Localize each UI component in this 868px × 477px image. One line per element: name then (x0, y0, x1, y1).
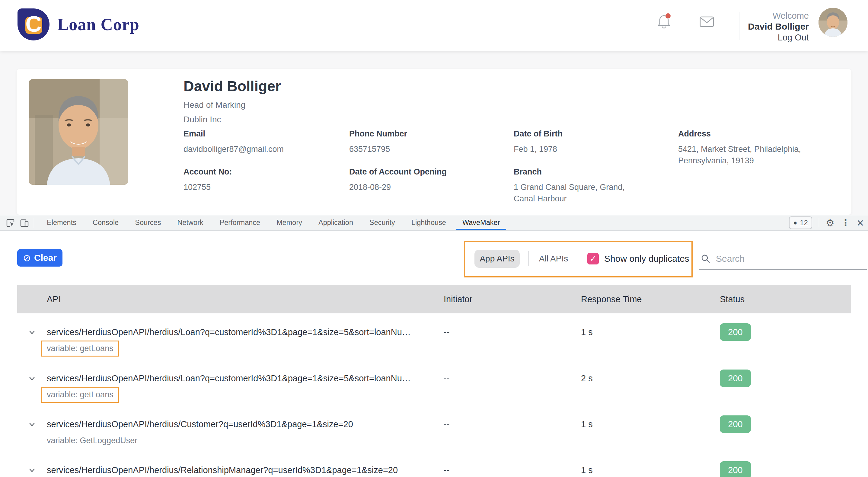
profile-job-title: Head of Marking (184, 100, 245, 110)
clear-slash-icon: ⊘ (23, 253, 31, 263)
status-badge: 200 (720, 369, 751, 387)
table-row[interactable]: services/HerdiusOpenAPI/herdius/Loan?q=c… (17, 314, 851, 364)
dob-value: Feb 1, 1978 (514, 143, 557, 155)
show-duplicates-checkbox[interactable]: ✓ (587, 253, 599, 265)
variable-tag: variable: GetLoggedUser (41, 433, 143, 449)
user-avatar[interactable] (818, 8, 847, 37)
account-opening-value: 2018-08-29 (349, 181, 391, 193)
initiator-value: -- (444, 461, 450, 477)
tab-performance[interactable]: Performance (212, 215, 269, 230)
initiator-value: -- (444, 323, 450, 341)
more-options-kebab-icon[interactable]: ⋮ (841, 218, 850, 227)
issues-count: 12 (800, 218, 808, 227)
logo[interactable]: C Loan Corp (18, 8, 140, 40)
address-value: 5421, Market Street, Philadelphia, Penns… (678, 143, 808, 166)
branch-label: Branch (514, 167, 542, 177)
app-header: C Loan Corp Welcome David Bolliger Log O… (0, 0, 868, 51)
header-divider (739, 12, 739, 40)
devtools-controls-separator (819, 218, 819, 227)
account-no-label: Account No: (184, 167, 232, 177)
profile-company: Dublin Inc (184, 115, 221, 124)
screen: C Loan Corp Welcome David Bolliger Log O… (0, 0, 868, 477)
inspect-element-icon[interactable] (6, 218, 15, 227)
devtools-bar: Elements Console Sources Network Perform… (0, 215, 868, 231)
initiator-value: -- (444, 415, 450, 433)
status-badge: 200 (720, 461, 751, 477)
tab-application[interactable]: Application (310, 215, 361, 230)
phone-value: 635715795 (349, 143, 390, 155)
tab-security[interactable]: Security (361, 215, 403, 230)
messages-mail-icon[interactable] (700, 16, 714, 27)
tab-elements[interactable]: Elements (39, 215, 85, 230)
variable-tag-highlighted: variable: getLoans (41, 340, 119, 357)
column-header-initiator: Initiator (444, 285, 472, 314)
devtools-controls: ● 12 ⚙ ⋮ × (789, 215, 864, 230)
email-value: davidbolliger87@gmail.com (184, 143, 284, 155)
settings-gear-icon[interactable]: ⚙ (826, 218, 835, 228)
tab-lighthouse[interactable]: Lighthouse (403, 215, 454, 230)
device-toolbar-icon[interactable] (20, 218, 29, 227)
api-url: services/HerdiusOpenAPI/herdius/Loan?q=c… (47, 369, 411, 387)
profile-name: David Bolliger (184, 78, 281, 94)
email-label: Email (184, 129, 205, 139)
chevron-down-icon[interactable] (28, 328, 36, 336)
devtools-tabs: Elements Console Sources Network Perform… (39, 215, 508, 230)
clear-button[interactable]: ⊘ Clear (17, 249, 62, 267)
account-opening-label: Date of Account Opening (349, 167, 447, 177)
table-row[interactable]: services/HerdiusOpenAPI/herdius/Loan?q=c… (17, 364, 851, 410)
response-time-value: 2 s (581, 369, 593, 387)
chevron-down-icon[interactable] (28, 466, 36, 474)
chevron-down-icon[interactable] (28, 420, 36, 428)
dob-label: Date of Birth (514, 129, 563, 139)
response-time-value: 1 s (581, 323, 593, 341)
tab-memory[interactable]: Memory (268, 215, 310, 230)
phone-label: Phone Number (349, 129, 407, 139)
logo-monogram: C (18, 8, 50, 40)
variable-tag-highlighted: variable: getLoans (41, 387, 119, 403)
notification-dot (665, 13, 671, 19)
profile-photo (29, 79, 128, 185)
record-dot-icon: ● (793, 219, 797, 226)
all-apis-toggle[interactable]: All APIs (538, 250, 568, 268)
address-label: Address (678, 129, 711, 139)
account-no-value: 102755 (184, 181, 211, 193)
column-header-response-time: Response Time (581, 285, 642, 314)
notifications-bell-icon[interactable] (657, 14, 671, 30)
devtools-separator (34, 218, 34, 228)
api-filter-group-highlight: App APIs All APIs ✓ Show only duplicates (464, 241, 693, 277)
api-url: services/HerdiusOpenAPI/herdius/Customer… (47, 415, 353, 433)
table-row[interactable]: services/HerdiusOpenAPI/herdius/Relation… (17, 455, 851, 477)
wavemaker-panel: ⊘ Clear App APIs All APIs ✓ Show only du… (0, 230, 868, 477)
initiator-value: -- (444, 369, 450, 387)
app-apis-toggle[interactable]: App APIs (474, 250, 520, 268)
table-row[interactable]: services/HerdiusOpenAPI/herdius/Customer… (17, 410, 851, 456)
response-time-value: 1 s (581, 415, 593, 433)
toggle-separator (528, 251, 529, 266)
api-url: services/HerdiusOpenAPI/herdius/Loan?q=c… (47, 323, 411, 341)
chevron-down-icon[interactable] (28, 375, 36, 382)
logo-text: Loan Corp (57, 15, 140, 34)
branch-value: 1 Grand Canal Square, Grand, Canal Harbo… (514, 181, 644, 204)
issues-count-badge[interactable]: ● 12 (789, 216, 812, 229)
header-user-name: David Bolliger (748, 21, 809, 32)
tab-network[interactable]: Network (169, 215, 211, 230)
logout-link[interactable]: Log Out (748, 32, 809, 43)
status-badge: 200 (720, 323, 751, 341)
welcome-label: Welcome (748, 10, 809, 21)
tab-console[interactable]: Console (85, 215, 127, 230)
search-input[interactable] (699, 248, 867, 270)
customer-profile-card: David Bolliger Head of Marking Dublin In… (17, 69, 851, 215)
search-field (699, 248, 850, 270)
loan-corp-logo-icon: C (18, 8, 50, 40)
api-table-header: API Initiator Response Time Status (17, 285, 851, 314)
search-icon (701, 254, 710, 264)
api-url: services/HerdiusOpenAPI/herdius/Relation… (47, 461, 398, 477)
tab-wavemaker[interactable]: WaveMaker (454, 215, 508, 230)
column-header-api: API (47, 285, 61, 314)
tab-sources[interactable]: Sources (127, 215, 169, 230)
status-badge: 200 (720, 415, 751, 433)
column-header-status: Status (720, 285, 745, 314)
clear-button-label: Clear (34, 253, 57, 263)
show-duplicates-label: Show only duplicates (604, 250, 689, 268)
close-devtools-icon[interactable]: × (857, 217, 864, 229)
